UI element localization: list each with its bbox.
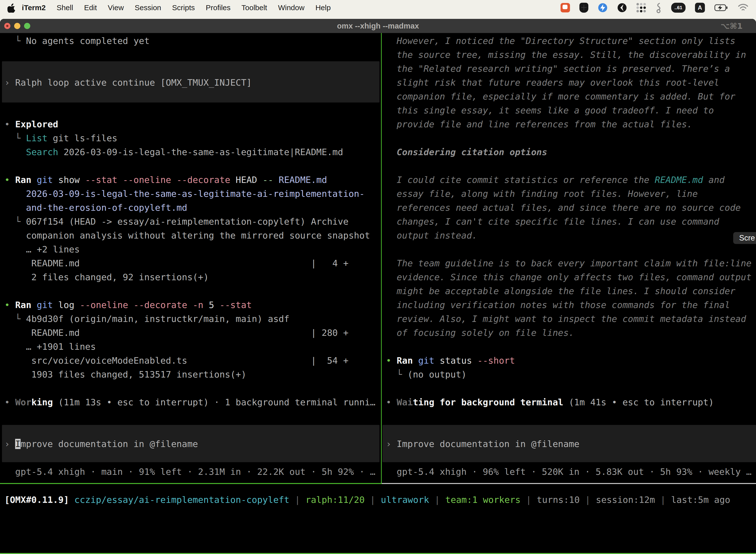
terminal-line-left: gpt-5.4 xhigh · main · 91% left · 2.31M … <box>4 465 376 479</box>
terminal-line-right: might be acceptable alongside the file l… <box>386 284 736 298</box>
menu-item-toolbelt[interactable]: Toolbelt <box>242 3 267 12</box>
terminal-line-left: README.md | 280 + <box>4 326 349 340</box>
pane-divider[interactable] <box>381 33 382 484</box>
terminal-line-left: Search 2026-03-09-is-legal-the-same-as-l… <box>4 145 343 159</box>
title-bar: omx --xhigh --madmax ⌥⌘1 <box>0 19 756 33</box>
apple-icon[interactable] <box>7 3 17 13</box>
terminal-line-left: └ 4b9d30f (origin/main, instructkr/main,… <box>4 312 290 326</box>
pane-border-bottom-right <box>382 483 756 484</box>
terminal-line-right: slight risk that future readers may over… <box>386 76 719 90</box>
terminal-line-right: the source tree, missing the essay. Stil… <box>386 48 746 62</box>
terminal-line-left: src/voice/voiceModeEnabled.ts | 54 + <box>4 354 349 368</box>
screen-share-chip[interactable]: Scre <box>733 232 756 244</box>
terminal-line-left: └ List git ls-files <box>4 131 117 145</box>
menu-item-help[interactable]: Help <box>315 3 331 12</box>
menu-item-session[interactable]: Session <box>135 3 161 12</box>
terminal-line-right: › Improve documentation in @filename <box>386 437 579 451</box>
pane-border-bottom-left <box>0 483 382 484</box>
terminal-line-right: Considering citation options <box>386 145 547 159</box>
terminal-line-left: • Explored <box>4 117 58 131</box>
status-badge-61[interactable]: ..61 <box>671 3 686 13</box>
terminal-line-left: 2026-03-09-is-legal-the-same-as-legitima… <box>4 187 365 201</box>
terminal-line-left: › Improve documentation in @filename <box>4 437 198 451</box>
omx-status-text: [OMX#0.11.9] cczip/essay/ai-reimplementa… <box>4 493 730 507</box>
terminal-line-right: essay file, along with finding root file… <box>386 187 698 201</box>
terminal-line-left: … +2 lines <box>4 242 80 257</box>
terminal-line-left: companion analysis without altering the … <box>4 229 370 242</box>
terminal-line-right: evidence. Since this change only affects… <box>386 270 752 284</box>
terminal-line-left: 2 files changed, 92 insertions(+) <box>4 270 209 284</box>
menu-item-shell[interactable]: Shell <box>57 3 73 12</box>
minimize-button[interactable] <box>14 23 20 29</box>
menu-status-area: ..61 A <box>561 2 749 13</box>
menu-item-view[interactable]: View <box>108 3 124 12</box>
arc-circle-icon[interactable] <box>617 3 627 13</box>
menu-item-scripts[interactable]: Scripts <box>172 3 195 12</box>
keyboard-layout-icon[interactable]: A <box>695 3 705 13</box>
menu-item-window[interactable]: Window <box>278 3 305 12</box>
iterm-window: omx --xhigh --madmax ⌥⌘1 └ No agents com… <box>0 19 756 554</box>
terminal-line-left: › Ralph loop active continue [OMX_TMUX_I… <box>4 76 252 90</box>
terminal-line-left: • Ran git log --oneline --decorate -n 5 … <box>4 298 252 312</box>
menu-item-profiles[interactable]: Profiles <box>206 3 231 12</box>
wifi-icon[interactable] <box>738 3 749 12</box>
terminal-line-right: the "Related research writing" section i… <box>386 62 730 76</box>
bolt-circle-icon[interactable] <box>598 3 608 13</box>
shield-grid-icon[interactable] <box>579 3 588 13</box>
hook-icon[interactable] <box>655 2 662 13</box>
terminal-line-right: provide file and line references from th… <box>386 117 692 131</box>
terminal-line-left: and-the-erosion-of-copyleft.md <box>4 201 187 215</box>
terminal-line-right: changes, I can't cite specific file line… <box>386 215 719 229</box>
terminal-line-right: • Ran git status --short <box>386 354 515 368</box>
zoom-button[interactable] <box>24 23 30 29</box>
terminal-line-right: output instead. <box>386 229 477 242</box>
terminal-line-right: I could cite commit statistics or refere… <box>386 173 724 187</box>
battery-icon[interactable] <box>714 3 728 13</box>
tmux-pane-left[interactable]: └ No agents completed yet› Ralph loop ac… <box>0 33 381 483</box>
terminal-line-right: gpt-5.4 xhigh · 96% left · 520K in · 5.8… <box>386 465 752 479</box>
terminal-line-right: └ (no output) <box>386 368 466 382</box>
terminal-line-right: The team guideline is to back every impo… <box>386 257 752 270</box>
menu-app-name[interactable]: iTerm2 <box>22 3 46 12</box>
terminal-line-right: this single essay, it seems like a good … <box>386 104 714 117</box>
menu-bar: iTerm2 ShellEditViewSessionScriptsProfil… <box>0 0 756 19</box>
tmux-pane-right[interactable]: However, I noticed the "Directory Struct… <box>382 33 756 483</box>
close-button[interactable] <box>4 23 10 29</box>
terminal-line-right: including verification notes with those … <box>386 298 730 312</box>
omx-status-line: [OMX#0.11.9] cczip/essay/ai-reimplementa… <box>4 492 756 506</box>
terminal-area: └ No agents completed yet› Ralph loop ac… <box>0 33 756 534</box>
terminal-line-left: • Ran git show --stat --oneline --decora… <box>4 173 327 187</box>
terminal-line-left: └ No agents completed yet <box>4 34 149 48</box>
terminal-line-left: 1903 files changed, 513517 insertions(+) <box>4 368 246 382</box>
window-title: omx --xhigh --madmax <box>0 21 756 31</box>
terminal-line-right: review. Also, I might want to inspect th… <box>386 312 746 326</box>
terminal-line-left: └ 067f154 (HEAD -> essay/ai-reimplementa… <box>4 215 349 229</box>
window-shortcut: ⌥⌘1 <box>720 21 743 31</box>
terminal-line-left: • Working (11m 13s • esc to interrupt) ·… <box>4 395 376 409</box>
menu-item-edit[interactable]: Edit <box>84 3 97 12</box>
terminal-line-right: However, I noticed the "Directory Struct… <box>386 34 736 48</box>
dots-grid-icon[interactable] <box>636 3 646 12</box>
terminal-line-left: … +1901 lines <box>4 340 96 354</box>
tmux-status-bar: [omx-cczip0:bash* "MacBook-Pro-44.local"… <box>0 553 756 554</box>
terminal-line-right: references need actual files, and since … <box>386 201 741 215</box>
terminal-line-right: of focusing solely on file lines. <box>386 326 574 340</box>
terminal-line-right: companion file, especially if more comme… <box>386 90 736 104</box>
terminal-line-left: README.md | 4 + <box>4 257 349 270</box>
screen-record-icon[interactable] <box>561 3 570 12</box>
terminal-line-right: • Waiting for background terminal (1m 41… <box>386 395 714 409</box>
